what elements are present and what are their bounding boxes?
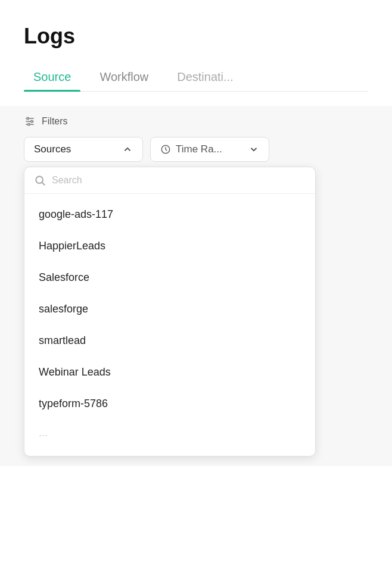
svg-point-4: [31, 120, 33, 122]
time-range-chevron-down-icon: [248, 144, 259, 155]
search-icon: [34, 174, 46, 186]
list-item[interactable]: HappierLeads: [24, 230, 315, 262]
tab-source[interactable]: Source: [24, 63, 80, 91]
list-item[interactable]: Salesforce: [24, 262, 315, 293]
time-range-label: Time Ra...: [176, 143, 222, 155]
list-item[interactable]: typeform-5786: [24, 388, 315, 420]
svg-point-5: [28, 123, 30, 125]
filters-section: Filters Sources Time Ra...: [0, 106, 392, 466]
page-title: Logs: [24, 24, 368, 49]
list-item[interactable]: google-ads-117: [24, 199, 315, 230]
tab-destination[interactable]: Destinati...: [167, 63, 242, 91]
clock-icon: [160, 144, 171, 155]
sources-dropdown-button[interactable]: Sources: [24, 137, 143, 162]
svg-point-3: [27, 117, 29, 119]
list-item[interactable]: smartlead: [24, 325, 315, 356]
filters-row: Sources Time Ra...: [24, 137, 368, 162]
sources-dropdown-label: Sources: [34, 143, 71, 155]
search-container: [24, 167, 315, 194]
search-input[interactable]: [52, 175, 306, 186]
svg-point-7: [36, 176, 43, 183]
list-item[interactable]: salesforge: [24, 293, 315, 325]
list-item-partial[interactable]: ···: [24, 420, 315, 451]
tabs-container: Source Workflow Destinati...: [24, 63, 368, 92]
svg-line-8: [42, 183, 45, 186]
filters-icon: [24, 115, 36, 127]
time-range-dropdown-button[interactable]: Time Ra...: [150, 137, 269, 162]
sources-dropdown-panel: google-ads-117 HappierLeads Salesforce s…: [24, 167, 316, 456]
tab-workflow[interactable]: Workflow: [90, 63, 158, 91]
sources-chevron-up-icon: [122, 144, 133, 155]
page-container: Logs Source Workflow Destinati... Filter…: [0, 0, 392, 466]
list-item[interactable]: Webinar Leads: [24, 356, 315, 388]
dropdown-list: google-ads-117 HappierLeads Salesforce s…: [24, 194, 315, 456]
filters-label: Filters: [24, 115, 368, 127]
